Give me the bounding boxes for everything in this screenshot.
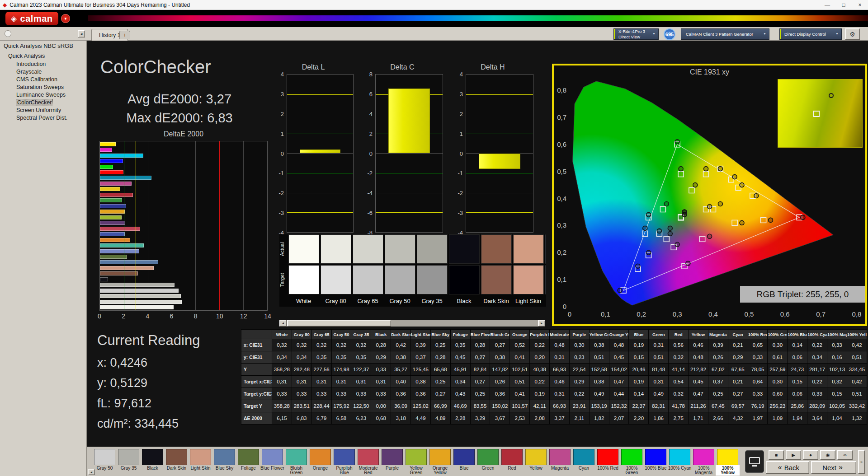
col-orange-yellow: Orange Yellow — [609, 330, 629, 339]
sidebar-collapse-button[interactable]: ◄ — [78, 30, 85, 37]
patch-cell-light-skin[interactable]: Light Skin — [189, 448, 212, 476]
patch-cell-100-green[interactable]: 100% Green — [620, 448, 644, 476]
patch-cell-yellow[interactable]: Yellow — [524, 448, 548, 476]
swatch-table-scrollbar[interactable]: ◄ ► — [279, 320, 545, 327]
col-blue-sky: Blue Sky — [430, 330, 450, 339]
display-preview-button[interactable] — [745, 450, 764, 473]
patch-cell-100-cyan[interactable]: 100% Cyan — [668, 448, 692, 476]
patch-cell-cyan[interactable]: Cyan — [572, 448, 596, 476]
patch-cell-gray-50[interactable]: Gray 50 — [93, 448, 117, 476]
patch-cell-red[interactable]: Red — [500, 448, 524, 476]
pattern-generator-dropdown[interactable]: CalMAN Client 3 Pattern Generator ▼ — [681, 28, 769, 40]
patch-label: Yellow — [524, 465, 548, 476]
sidebar-item-introduction[interactable]: Introduction — [0, 61, 86, 68]
meter-dropdown[interactable]: X-Rite i1Pro 3 Direct View ▼ — [613, 28, 659, 40]
maximize-button[interactable]: □ — [835, 2, 852, 8]
table-cell: 67,65 — [728, 364, 748, 376]
scroll-right-icon[interactable]: ► — [538, 320, 545, 327]
sidebar-item-saturation-sweeps[interactable]: Saturation Sweeps — [0, 84, 86, 91]
gear-icon[interactable]: ⚙ — [845, 28, 860, 40]
minimize-button[interactable]: — — [819, 2, 835, 8]
table-cell: 3,64 — [807, 412, 827, 425]
sidebar-item-luminance-sweeps[interactable]: Luminance Sweeps — [0, 91, 86, 99]
swatch-col-gray-50: Gray 50 — [384, 234, 416, 307]
patch-cell-purplish-blue[interactable]: Purplish Blue — [332, 448, 356, 476]
next-button[interactable]: Next » — [811, 461, 856, 474]
meter-count-badge[interactable]: 695 — [664, 28, 675, 40]
table-cell: 0,33 — [331, 388, 351, 400]
patch-cell-100-magenta[interactable]: 100% Magenta — [692, 448, 716, 476]
table-cell: 81,48 — [649, 364, 669, 376]
target-swatch — [385, 265, 415, 294]
actual-target-swatch-table: Actual Target WhiteGray 80Gray 65Gray 50… — [279, 234, 546, 307]
table-cell: 0,45 — [450, 351, 470, 364]
patch-swatch — [358, 449, 379, 465]
delta-gridline — [287, 154, 353, 154]
patch-cell-100-red[interactable]: 100% Red — [596, 448, 620, 476]
table-cell: 0,22 — [569, 388, 589, 400]
target-swatch — [449, 265, 480, 294]
table-cell: 0,51 — [847, 388, 867, 400]
sidebar-item-screen-uniformity[interactable]: Screen Uniformity — [0, 107, 86, 114]
col-black: Black — [371, 330, 391, 339]
close-button[interactable]: × — [852, 2, 868, 8]
patch-label: Moderate Red — [356, 465, 380, 476]
scroll-left-icon[interactable]: ◄ — [279, 320, 287, 327]
stop-button[interactable]: ■ — [769, 450, 784, 460]
back-button[interactable]: « Back — [766, 461, 809, 474]
sidebar-item-quick-analysis[interactable]: Quick Analysis — [0, 52, 86, 61]
patch-cell-gray-35[interactable]: Gray 35 — [117, 448, 141, 476]
eye-button[interactable]: ◉ — [820, 450, 835, 460]
patch-cell-bluish-green[interactable]: Bluish Green — [284, 448, 308, 476]
delta-c-chart: Delta C 86420-2-4-6-8 — [362, 63, 443, 233]
sidebar-item-colorchecker[interactable]: ColorChecker — [0, 99, 86, 107]
patch-cell-blue-flower[interactable]: Blue Flower — [260, 448, 284, 476]
swatch-label: Dark Skin — [480, 296, 512, 307]
table-cell: 0,33 — [371, 364, 391, 376]
delta-gridline — [466, 94, 533, 95]
patch-cell-100-yellow[interactable]: 100% Yellow — [716, 448, 740, 476]
patch-cell-orange-yellow[interactable]: Orange Yellow — [428, 448, 452, 476]
patch-cell-magenta[interactable]: Magenta — [548, 448, 572, 476]
play-button[interactable]: ▶ — [786, 450, 801, 460]
table-row-x-cie31: x: CIE310,320,320,320,320,320,280,420,39… — [241, 339, 867, 351]
target-swatch — [545, 265, 547, 294]
patch-cell-blue-sky[interactable]: Blue Sky — [212, 448, 236, 476]
next-arrow-icon: » — [839, 463, 843, 471]
loop-button[interactable]: ∞ — [837, 450, 853, 460]
patch-cell-100-blue[interactable]: 100% Blue — [644, 448, 668, 476]
scrollbar-thumb[interactable] — [287, 320, 391, 327]
col-yellow-green: Yellow Green — [589, 330, 609, 339]
sidebar-menu-button[interactable] — [5, 30, 11, 37]
sidebar-item-grayscale[interactable]: Grayscale — [0, 68, 86, 76]
patch-cell-moderate-red[interactable]: Moderate Red — [356, 448, 380, 476]
table-cell: 0,35 — [311, 351, 331, 364]
add-tab-button[interactable]: + — [119, 31, 130, 39]
patch-swatch — [142, 449, 163, 465]
strip-scroll-right-icon[interactable]: » — [858, 450, 865, 474]
app-icon: ◆ — [3, 2, 7, 8]
col-cyan: Cyan — [728, 330, 748, 339]
table-cell: 0,27 — [430, 388, 450, 400]
deltae-bar-light-skin — [100, 266, 154, 270]
table-cell: 0,49 — [649, 388, 669, 400]
patch-cell-green[interactable]: Green — [476, 448, 500, 476]
record-button[interactable]: ● — [803, 450, 818, 460]
patch-cell-blue[interactable]: Blue — [452, 448, 476, 476]
display-control-dropdown[interactable]: Direct Display Control ▼ — [779, 28, 842, 40]
table-cell: 4,89 — [430, 412, 450, 425]
patch-cell-orange[interactable]: Orange — [308, 448, 332, 476]
patch-cell-purple[interactable]: Purple — [380, 448, 404, 476]
patch-cell-foliage[interactable]: Foliage — [236, 448, 260, 476]
col-yellow: Yellow — [689, 330, 708, 339]
patch-cell-black[interactable]: Black — [141, 448, 165, 476]
patch-cell-dark-skin[interactable]: Dark Skin — [165, 448, 189, 476]
logo-menu-button[interactable]: ▼ — [61, 14, 70, 23]
sidebar-item-cms-calibration[interactable]: CMS Calibration — [0, 76, 86, 84]
patch-cell-yellow-green[interactable]: Yellow Green — [404, 448, 428, 476]
table-cell: 0,33 — [748, 388, 768, 400]
table-cell: 0,32 — [351, 339, 371, 351]
sidebar-item-spectral-power-dist-[interactable]: Spectral Power Dist. — [0, 114, 86, 122]
delta-gridline — [466, 114, 533, 114]
window-title: Calman 2023 Calman Ultimate for Business… — [9, 2, 190, 8]
